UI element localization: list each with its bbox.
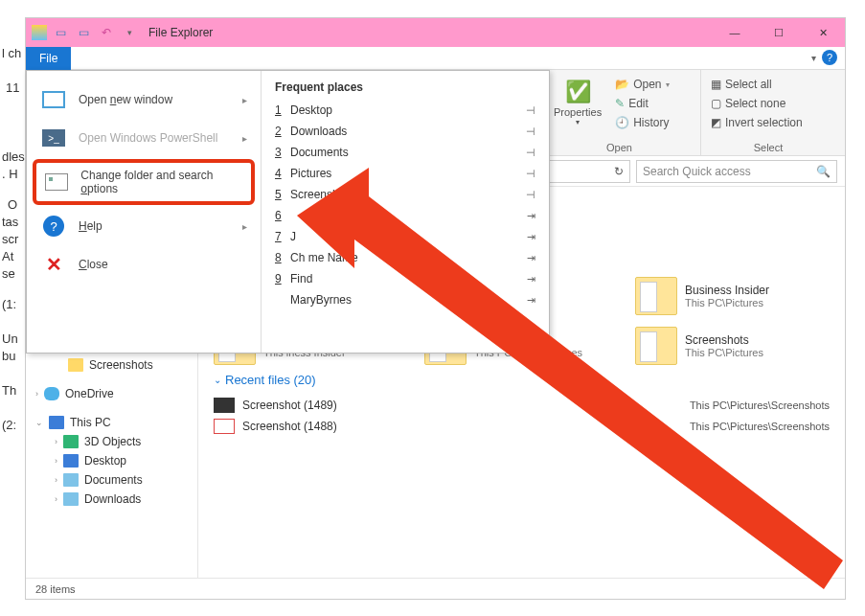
pin-icon[interactable]: ⇥	[527, 252, 535, 264]
qat-properties-icon[interactable]: ▭	[51, 23, 70, 42]
recent-files-header[interactable]: ⌄Recent files (20)	[214, 373, 830, 387]
folder-icon	[635, 327, 677, 365]
frequent-place[interactable]: 3Documents⊣	[275, 142, 535, 163]
frequent-places-panel: Frequent places 1Desktop⊣ 2Downloads⊣ 3D…	[261, 71, 549, 353]
sidebar-item-3d-objects[interactable]: ›3D Objects	[26, 432, 197, 451]
expand-icon[interactable]: ›	[55, 494, 57, 504]
expand-icon[interactable]: ›	[55, 475, 57, 485]
pin-icon[interactable]: ⇥	[527, 231, 535, 243]
pin-icon[interactable]: ⊣	[526, 147, 535, 159]
pin-icon[interactable]: ⊣	[526, 104, 535, 117]
frequent-place[interactable]: 2Downloads⊣	[275, 121, 535, 142]
pin-icon[interactable]: ⊣	[526, 125, 535, 138]
documents-icon	[63, 473, 79, 487]
file-name: Screenshot (1488)	[242, 420, 337, 433]
file-explorer-window: ▭ ▭ ↶ ▾ File Explorer — ☐ ✕ File ▾ ? ite…	[25, 17, 846, 600]
submenu-arrow-icon: ▸	[242, 221, 247, 232]
file-icon	[214, 398, 235, 413]
frequent-place[interactable]: MaryByrnes⇥	[275, 289, 535, 310]
search-input[interactable]: Search Quick access 🔍	[636, 160, 837, 183]
frequent-place[interactable]: 1Desktop⊣	[275, 100, 535, 121]
window-title: File Explorer	[148, 26, 213, 39]
sidebar-item-this-pc[interactable]: ⌄This PC	[26, 413, 197, 432]
maximize-button[interactable]: ☐	[757, 18, 801, 47]
open-group-label: Open	[548, 140, 691, 153]
expand-icon[interactable]: ›	[35, 389, 38, 399]
bg-text: se	[2, 264, 15, 284]
select-group-label: Select	[711, 140, 826, 153]
sidebar-item-documents[interactable]: ›Documents	[26, 470, 197, 490]
qat-newfolder-icon[interactable]: ▭	[74, 23, 93, 42]
frequent-place[interactable]: 8Ch me Name⇥	[275, 247, 535, 268]
frequent-place[interactable]: 7J⇥	[275, 226, 535, 247]
history-button[interactable]: 🕘History	[615, 114, 669, 131]
undo-icon[interactable]: ↶	[97, 23, 116, 42]
folder-icon	[635, 277, 677, 315]
downloads-icon	[63, 492, 79, 506]
expand-icon[interactable]: ›	[55, 437, 57, 446]
close-button[interactable]: ✕	[801, 18, 845, 47]
menu-open-new-window[interactable]: Open new window ▸	[27, 80, 261, 119]
pin-icon[interactable]: ⇥	[527, 273, 535, 285]
edit-icon: ✎	[615, 97, 625, 110]
sidebar-item-screenshots[interactable]: Screenshots	[26, 355, 197, 375]
file-row[interactable]: Screenshot (1489) This PC\Pictures\Scree…	[214, 395, 830, 416]
properties-icon: ✅	[565, 80, 591, 104]
file-location: This PC\Pictures\Screenshots	[690, 399, 830, 411]
file-row[interactable]: Screenshot (1488) This PC\Pictures\Scree…	[214, 416, 830, 437]
help-icon: ?	[43, 216, 64, 237]
file-icon	[214, 419, 235, 434]
ribbon-tabs: File ▾ ?	[26, 47, 845, 70]
refresh-icon[interactable]: ↻	[614, 165, 624, 178]
bg-text: Th	[2, 381, 16, 400]
select-all-button[interactable]: ▦Select all	[711, 76, 803, 93]
frequent-places-header: Frequent places	[275, 80, 535, 94]
sidebar-item-desktop[interactable]: ›Desktop	[26, 451, 197, 470]
pin-icon[interactable]: ⊣	[526, 168, 535, 180]
bg-text: O	[8, 195, 17, 215]
file-location: This PC\Pictures\Screenshots	[690, 421, 830, 432]
pin-icon[interactable]: ⇥	[527, 294, 535, 307]
submenu-arrow-icon: ▸	[242, 133, 247, 144]
invert-selection-button[interactable]: ◩Invert selection	[711, 114, 803, 131]
menu-close[interactable]: ✕ Close	[27, 245, 261, 284]
folder-name: Screenshots	[685, 333, 763, 347]
select-none-button[interactable]: ▢Select none	[711, 95, 803, 112]
status-bar: 28 items	[26, 578, 845, 599]
expand-icon[interactable]: ⌄	[35, 418, 43, 427]
frequent-place[interactable]: 6⇥	[275, 205, 535, 226]
open-button[interactable]: 📂Open ▾	[615, 76, 669, 93]
sidebar-item-onedrive[interactable]: ›OneDrive	[26, 384, 197, 403]
folder-card-bi[interactable]: Business Insider This PC\Pictures	[635, 277, 827, 315]
ribbon-collapse-icon[interactable]: ▾	[811, 53, 816, 63]
edit-button[interactable]: ✎Edit	[615, 95, 669, 112]
expand-icon[interactable]: ›	[55, 456, 57, 466]
properties-label: Properties	[554, 106, 602, 118]
minimize-button[interactable]: —	[713, 18, 757, 47]
file-tab[interactable]: File	[26, 47, 71, 70]
bg-text: Un	[2, 330, 18, 349]
menu-change-folder-options[interactable]: Change folder and search options	[33, 159, 255, 205]
folder-location: This PC\Pictures	[685, 297, 769, 308]
frequent-place[interactable]: 9Find⇥	[275, 268, 535, 289]
bg-text: bu	[2, 347, 15, 366]
folder-card-screenshots[interactable]: Screenshots This PC\Pictures	[635, 327, 827, 365]
qat-dropdown-icon[interactable]: ▾	[120, 23, 139, 42]
search-icon[interactable]: 🔍	[816, 165, 831, 178]
submenu-arrow-icon: ▸	[242, 95, 247, 105]
sidebar-item-downloads[interactable]: ›Downloads	[26, 490, 197, 509]
desktop-icon	[63, 454, 79, 468]
pin-icon[interactable]: ⊣	[526, 189, 535, 201]
frequent-place[interactable]: 5Screenshots⊣	[275, 184, 535, 205]
select-all-icon: ▦	[711, 78, 721, 91]
chevron-down-icon: ⌄	[214, 375, 221, 385]
pin-icon[interactable]: ⇥	[527, 210, 535, 222]
folder-name: Business Insider	[685, 284, 769, 297]
properties-button[interactable]: ✅ Properties ▾	[548, 76, 607, 130]
frequent-place[interactable]: 4Pictures⊣	[275, 163, 535, 184]
help-icon[interactable]: ?	[822, 50, 837, 65]
objects-icon	[63, 435, 79, 448]
titlebar[interactable]: ▭ ▭ ↶ ▾ File Explorer — ☐ ✕	[26, 18, 845, 47]
menu-help[interactable]: ? Help ▸	[27, 207, 261, 245]
menu-open-powershell[interactable]: >_ Open Windows PowerShell ▸	[27, 119, 261, 157]
